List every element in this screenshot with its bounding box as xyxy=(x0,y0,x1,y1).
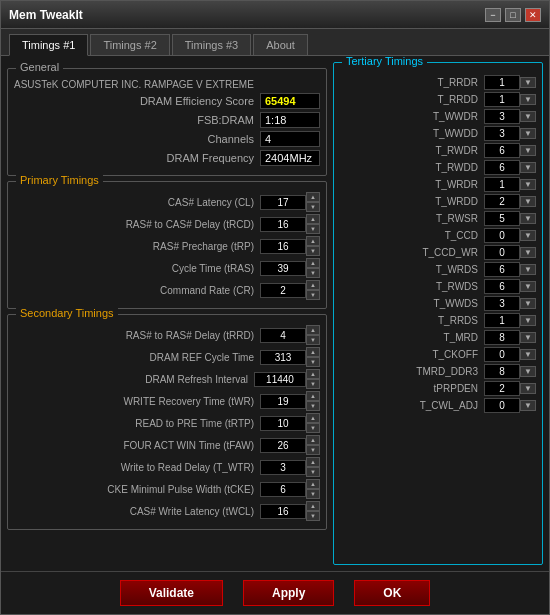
timing-down-trtp[interactable]: ▼ xyxy=(306,423,320,433)
timing-arrows-twtr: ▲ ▼ xyxy=(306,457,320,477)
tert-arrow-rwds[interactable]: ▼ xyxy=(520,281,536,292)
dram-freq-label: DRAM Frequency xyxy=(14,152,260,164)
tab-about[interactable]: About xyxy=(253,34,308,55)
timing-field-twtr[interactable] xyxy=(260,460,306,475)
timing-field-trtp[interactable] xyxy=(260,416,306,431)
tert-arrow-ccd[interactable]: ▼ xyxy=(520,230,536,241)
timing-up-trp[interactable]: ▲ xyxy=(306,236,320,246)
apply-button[interactable]: Apply xyxy=(243,580,334,606)
timing-down-trcd[interactable]: ▼ xyxy=(306,224,320,234)
tab-timings3[interactable]: Timings #3 xyxy=(172,34,251,55)
timing-up-twtr[interactable]: ▲ xyxy=(306,457,320,467)
timing-down-tras[interactable]: ▼ xyxy=(306,268,320,278)
tert-arrow-rwsr[interactable]: ▼ xyxy=(520,213,536,224)
timing-arrows-tras: ▲ ▼ xyxy=(306,258,320,278)
tert-field-wrds[interactable] xyxy=(484,262,520,277)
tert-field-rwdd[interactable] xyxy=(484,160,520,175)
tert-field-wwds[interactable] xyxy=(484,296,520,311)
timing-field-trrd[interactable] xyxy=(260,328,306,343)
tert-arrow-rrdd[interactable]: ▼ xyxy=(520,94,536,105)
tert-arrow-cwladj[interactable]: ▼ xyxy=(520,400,536,411)
timing-up-tcke[interactable]: ▲ xyxy=(306,479,320,489)
tert-field-cwladj[interactable] xyxy=(484,398,520,413)
timing-down-twcl[interactable]: ▼ xyxy=(306,511,320,521)
tert-arrow-ccdwr[interactable]: ▼ xyxy=(520,247,536,258)
tert-arrow-rrdr[interactable]: ▼ xyxy=(520,77,536,88)
maximize-button[interactable]: □ xyxy=(505,8,521,22)
timing-up-cr[interactable]: ▲ xyxy=(306,280,320,290)
tert-field-wrdd[interactable] xyxy=(484,194,520,209)
timing-down-twr[interactable]: ▼ xyxy=(306,401,320,411)
tert-field-rwdr[interactable] xyxy=(484,143,520,158)
close-button[interactable]: ✕ xyxy=(525,8,541,22)
tert-field-rwds[interactable] xyxy=(484,279,520,294)
timing-field-tfaw[interactable] xyxy=(260,438,306,453)
tert-arrow-tmrd[interactable]: ▼ xyxy=(520,366,536,377)
timing-field-refint[interactable] xyxy=(254,372,306,387)
timing-up-ref[interactable]: ▲ xyxy=(306,347,320,357)
timing-field-cr[interactable] xyxy=(260,283,306,298)
tert-label-rwdd: T_RWDD xyxy=(340,162,484,173)
timing-up-tras[interactable]: ▲ xyxy=(306,258,320,268)
tert-field-ckoff[interactable] xyxy=(484,347,520,362)
minimize-button[interactable]: − xyxy=(485,8,501,22)
timing-field-cl[interactable] xyxy=(260,195,306,210)
tert-arrow-ckoff[interactable]: ▼ xyxy=(520,349,536,360)
timing-down-cr[interactable]: ▼ xyxy=(306,290,320,300)
timing-field-twcl[interactable] xyxy=(260,504,306,519)
timing-field-tcke[interactable] xyxy=(260,482,306,497)
tert-field-wwdr[interactable] xyxy=(484,109,520,124)
tert-arrow-wrds[interactable]: ▼ xyxy=(520,264,536,275)
tert-field-rrdd[interactable] xyxy=(484,92,520,107)
timing-up-trtp[interactable]: ▲ xyxy=(306,413,320,423)
timing-down-tcke[interactable]: ▼ xyxy=(306,489,320,499)
tert-field-rrdr[interactable] xyxy=(484,75,520,90)
tert-arrow-rwdd[interactable]: ▼ xyxy=(520,162,536,173)
timing-field-twr[interactable] xyxy=(260,394,306,409)
tert-arrow-mrd[interactable]: ▼ xyxy=(520,332,536,343)
timing-up-twcl[interactable]: ▲ xyxy=(306,501,320,511)
tert-arrow-rwdr[interactable]: ▼ xyxy=(520,145,536,156)
timing-field-trcd[interactable] xyxy=(260,217,306,232)
tert-field-ccdwr[interactable] xyxy=(484,245,520,260)
tert-field-prpden[interactable] xyxy=(484,381,520,396)
timing-field-trp[interactable] xyxy=(260,239,306,254)
timing-down-tfaw[interactable]: ▼ xyxy=(306,445,320,455)
timing-down-refint[interactable]: ▼ xyxy=(306,379,320,389)
timing-up-cl[interactable]: ▲ xyxy=(306,192,320,202)
validate-button[interactable]: Validate xyxy=(120,580,223,606)
timing-field-ref[interactable] xyxy=(260,350,306,365)
tert-arrow-wrdr[interactable]: ▼ xyxy=(520,179,536,190)
tert-field-ccd[interactable] xyxy=(484,228,520,243)
tert-arrow-prpden[interactable]: ▼ xyxy=(520,383,536,394)
timing-down-trp[interactable]: ▼ xyxy=(306,246,320,256)
timing-up-trcd[interactable]: ▲ xyxy=(306,214,320,224)
tert-arrow-wwdd[interactable]: ▼ xyxy=(520,128,536,139)
timing-up-trrd[interactable]: ▲ xyxy=(306,325,320,335)
dram-freq-row: DRAM Frequency 2404MHz xyxy=(14,150,320,166)
timing-down-trrd[interactable]: ▼ xyxy=(306,335,320,345)
tert-field-rrds[interactable] xyxy=(484,313,520,328)
tert-field-mrd[interactable] xyxy=(484,330,520,345)
tert-field-wwdd[interactable] xyxy=(484,126,520,141)
tert-row-rrds: T_RRDS ▼ xyxy=(340,313,536,328)
timing-up-refint[interactable]: ▲ xyxy=(306,369,320,379)
tab-timings1[interactable]: Timings #1 xyxy=(9,34,88,56)
tert-field-wrdr[interactable] xyxy=(484,177,520,192)
tert-field-rwsr[interactable] xyxy=(484,211,520,226)
timing-down-twtr[interactable]: ▼ xyxy=(306,467,320,477)
tab-timings2[interactable]: Timings #2 xyxy=(90,34,169,55)
tert-arrow-wrdd[interactable]: ▼ xyxy=(520,196,536,207)
timing-down-cl[interactable]: ▼ xyxy=(306,202,320,212)
timing-field-tras[interactable] xyxy=(260,261,306,276)
tert-arrow-rrds[interactable]: ▼ xyxy=(520,315,536,326)
tert-arrow-wwds[interactable]: ▼ xyxy=(520,298,536,309)
tert-row-wwds: T_WWDS ▼ xyxy=(340,296,536,311)
timing-arrows-refint: ▲ ▼ xyxy=(306,369,320,389)
timing-down-ref[interactable]: ▼ xyxy=(306,357,320,367)
tert-field-tmrd[interactable] xyxy=(484,364,520,379)
tert-arrow-wwdr[interactable]: ▼ xyxy=(520,111,536,122)
ok-button[interactable]: OK xyxy=(354,580,430,606)
timing-up-tfaw[interactable]: ▲ xyxy=(306,435,320,445)
timing-up-twr[interactable]: ▲ xyxy=(306,391,320,401)
